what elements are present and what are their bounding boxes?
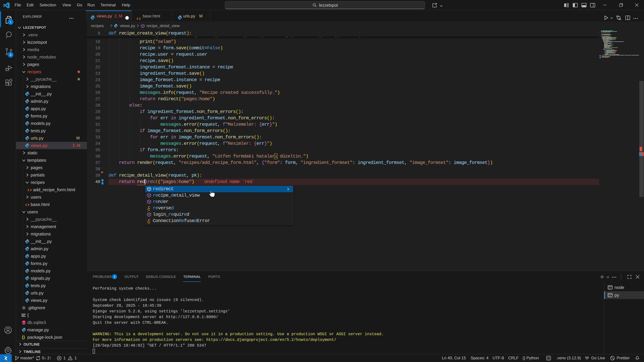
svg-text:C:\: C:\ (608, 287, 611, 290)
svg-text:C:\: C:\ (608, 295, 611, 297)
